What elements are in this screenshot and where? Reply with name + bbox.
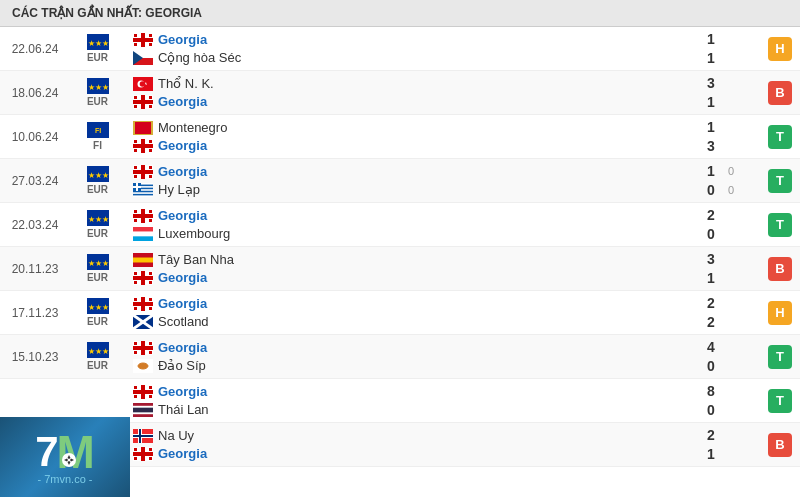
- svg-rect-122: [134, 448, 137, 451]
- team1-name: Georgia: [158, 164, 207, 179]
- team2-name: Georgia: [158, 446, 207, 461]
- result-badge: H: [768, 301, 792, 325]
- score1-main: 2: [703, 427, 719, 443]
- score2-main: 1: [703, 446, 719, 462]
- svg-text:★★★: ★★★: [87, 171, 108, 180]
- svg-rect-97: [133, 346, 153, 350]
- result-badge: T: [768, 345, 792, 369]
- header-title: CÁC TRẬN GẦN NHẤT: GEORGIA: [12, 6, 202, 20]
- svg-rect-36: [134, 149, 137, 152]
- score2-row: 2: [684, 314, 756, 330]
- svg-rect-21: [134, 96, 137, 99]
- svg-rect-113: [133, 407, 153, 412]
- score2-main: 1: [703, 270, 719, 286]
- teams: Montenegro Georgia: [125, 115, 680, 158]
- table-row: 18.06.24 ★★★ EUR Thổ N. K. Georgia 3 1: [0, 71, 800, 115]
- svg-rect-34: [134, 140, 137, 143]
- team2-row: Georgia: [133, 446, 672, 461]
- competition-label: EUR: [87, 184, 108, 195]
- team2-flag-icon: [133, 315, 153, 329]
- team2-name: Hy Lạp: [158, 182, 200, 197]
- svg-text:FI: FI: [94, 127, 100, 134]
- competition-label: EUR: [87, 360, 108, 371]
- matches-container[interactable]: 22.06.24 ★★★ EUR Georgia Cộng hòa Séc 1 …: [0, 27, 800, 497]
- svg-text:★★★: ★★★: [87, 39, 108, 48]
- team1-flag-icon: [133, 33, 153, 47]
- competition-label: EUR: [87, 272, 108, 283]
- table-row: 27.03.24 ★★★ EUR Georgia Hy Lạp 1 0 0 0: [0, 159, 800, 203]
- score2-main: 0: [703, 226, 719, 242]
- match-date: 15.10.23: [0, 335, 70, 378]
- competition-flag-icon: ★★★: [87, 34, 109, 50]
- team1-flag-icon: [133, 165, 153, 179]
- score2-row: 0 0: [684, 182, 756, 198]
- score2-row: 0: [684, 226, 756, 242]
- team1-name: Georgia: [158, 208, 207, 223]
- competition: FI FI: [70, 115, 125, 158]
- scores: 2 2: [680, 291, 760, 334]
- score2-row: 1: [684, 50, 756, 66]
- svg-rect-20: [133, 100, 153, 104]
- team1-name: Georgia: [158, 32, 207, 47]
- svg-rect-101: [149, 351, 152, 354]
- svg-text:★★★: ★★★: [87, 303, 108, 312]
- scores: 1 0 0 0: [680, 159, 760, 202]
- svg-rect-106: [133, 390, 153, 394]
- svg-rect-79: [134, 281, 137, 284]
- svg-rect-63: [134, 219, 137, 222]
- match-date: 17.11.23: [0, 291, 70, 334]
- header: CÁC TRẬN GẦN NHẤT: GEORGIA: [0, 0, 800, 27]
- score-extra: 0: [725, 165, 737, 177]
- svg-rect-85: [133, 302, 153, 306]
- svg-rect-61: [134, 210, 137, 213]
- match-date: [0, 379, 70, 422]
- svg-rect-7: [134, 43, 137, 46]
- team1-name: Georgia: [158, 340, 207, 355]
- competition-label: EUR: [87, 96, 108, 107]
- result-col: T: [760, 115, 800, 158]
- svg-rect-44: [149, 166, 152, 169]
- team1-row: Georgia: [133, 208, 672, 223]
- team2-name: Cộng hòa Séc: [158, 50, 241, 65]
- svg-rect-28: [134, 122, 152, 134]
- team1-name: Tây Ban Nha: [158, 252, 234, 267]
- logo-7: 7: [35, 431, 56, 473]
- score1-main: 1: [703, 31, 719, 47]
- result-col: H: [760, 291, 800, 334]
- svg-rect-46: [149, 175, 152, 178]
- score2-row: 3: [684, 138, 756, 154]
- team1-row: Na Uy: [133, 428, 672, 443]
- result-col: B: [760, 247, 800, 290]
- svg-rect-100: [134, 351, 137, 354]
- competition-flag-icon: ★★★: [87, 342, 109, 358]
- result-badge: B: [768, 81, 792, 105]
- logo-m: M: [57, 429, 95, 475]
- score1-main: 3: [703, 75, 719, 91]
- team2-flag-icon: [133, 51, 153, 65]
- teams: Georgia Thái Lan: [125, 379, 680, 422]
- svg-rect-78: [149, 272, 152, 275]
- team1-flag-icon: [133, 253, 153, 267]
- svg-rect-76: [133, 276, 153, 280]
- competition-flag-icon: ★★★: [87, 254, 109, 270]
- teams: Georgia Scotland: [125, 291, 680, 334]
- score1-row: 2: [684, 427, 756, 443]
- svg-rect-8: [149, 43, 152, 46]
- team2-row: Scotland: [133, 314, 672, 329]
- team1-flag-icon: [133, 429, 153, 443]
- team2-row: Georgia: [133, 138, 672, 153]
- score-extra: 0: [725, 184, 737, 196]
- team1-row: Tây Ban Nha: [133, 252, 672, 267]
- match-date: 20.11.23: [0, 247, 70, 290]
- competition-label: EUR: [87, 52, 108, 63]
- table-row: 22.03.24 ★★★ EUR Georgia Luxembourg 2 0: [0, 203, 800, 247]
- svg-point-103: [138, 363, 148, 369]
- teams: Georgia Cộng hòa Séc: [125, 27, 680, 70]
- scores: 1 3: [680, 115, 760, 158]
- competition-flag-icon: ★★★: [87, 78, 109, 94]
- svg-rect-64: [149, 219, 152, 222]
- result-col: T: [760, 159, 800, 202]
- table-row: 17.11.23 ★★★ EUR Georgia Scotland 2 2: [0, 291, 800, 335]
- team1-flag-icon: [133, 209, 153, 223]
- team2-row: Đảo Síp: [133, 358, 672, 373]
